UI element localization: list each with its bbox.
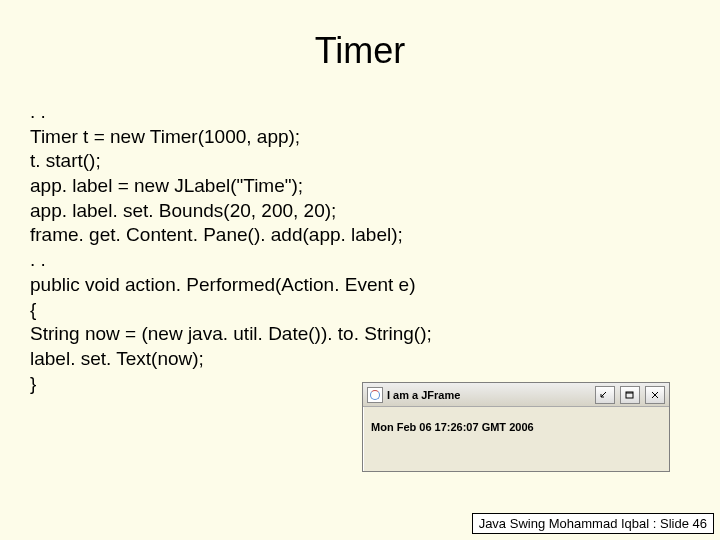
code-line: frame. get. Content. Pane(). add(app. la… <box>30 223 432 248</box>
code-line: Timer t = new Timer(1000, app); <box>30 125 432 150</box>
code-block: . . Timer t = new Timer(1000, app); t. s… <box>30 100 432 396</box>
close-button[interactable] <box>645 386 665 404</box>
code-line: t. start(); <box>30 149 432 174</box>
code-line: app. label. set. Bounds(20, 200, 20); <box>30 199 432 224</box>
slide-footer: Java Swing Mohammad Iqbal : Slide 46 <box>472 513 714 534</box>
svg-line-0 <box>601 392 606 397</box>
code-line: . . <box>30 100 432 125</box>
jframe-title: I am a JFrame <box>387 389 590 401</box>
code-line: label. set. Text(now); <box>30 347 432 372</box>
java-icon <box>367 387 383 403</box>
minimize-button[interactable] <box>595 386 615 404</box>
code-line: . . <box>30 248 432 273</box>
jframe-titlebar: I am a JFrame <box>363 383 669 407</box>
code-line: app. label = new JLabel("Time"); <box>30 174 432 199</box>
code-line: String now = (new java. util. Date()). t… <box>30 322 432 347</box>
close-icon <box>650 390 660 400</box>
code-line: public void action. Performed(Action. Ev… <box>30 273 432 298</box>
maximize-button[interactable] <box>620 386 640 404</box>
maximize-icon <box>625 390 635 400</box>
jframe-window: I am a JFrame Mon Feb 06 17:26:07 GMT 20… <box>362 382 670 472</box>
slide-title: Timer <box>0 0 720 72</box>
jframe-body-label: Mon Feb 06 17:26:07 GMT 2006 <box>363 407 669 447</box>
code-line: { <box>30 298 432 323</box>
minimize-icon <box>600 390 610 400</box>
